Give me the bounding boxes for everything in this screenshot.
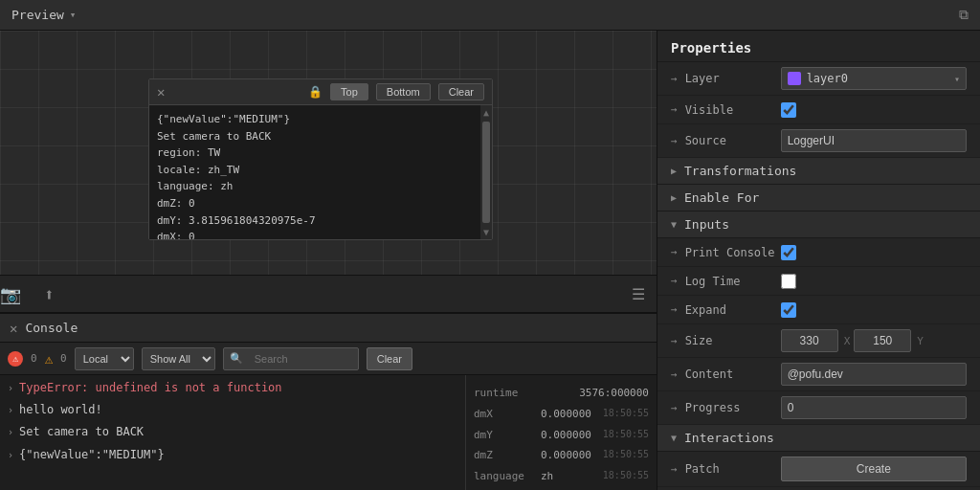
transformations-arrow: ▶ xyxy=(671,166,677,176)
console-widget-top-btn[interactable]: Top xyxy=(330,83,368,100)
visible-checkbox[interactable] xyxy=(781,102,796,118)
console-widget-scrollbar[interactable]: ▲ ▼ xyxy=(480,105,492,239)
console-search-input[interactable] xyxy=(247,347,352,370)
row-arrow: › xyxy=(8,403,13,418)
camera-icon[interactable]: 📷 xyxy=(0,284,21,304)
preview-area: ✕ 🔒 Top Bottom Clear {"newValue":"MEDIUM… xyxy=(0,31,657,275)
local-select[interactable]: Local Global xyxy=(75,347,134,370)
scroll-up-arrow[interactable]: ▲ xyxy=(481,105,491,120)
main-layout: ✕ 🔒 Top Bottom Clear {"newValue":"MEDIUM… xyxy=(0,31,980,490)
transformations-section[interactable]: ▶ Transformations xyxy=(657,158,980,185)
console-panel-header: ✕ Console xyxy=(0,314,657,343)
expand-row: → Expand xyxy=(657,296,980,324)
properties-title: Properties xyxy=(657,31,980,62)
interactions-label: Interactions xyxy=(684,431,774,445)
list-item: › {"newValue":"MEDIUM"} xyxy=(0,444,465,466)
source-arrow: → xyxy=(671,135,678,147)
row-arrow: › xyxy=(8,448,13,463)
top-bar: Preview ▾ ⧉ xyxy=(0,0,980,31)
create-button[interactable]: Create xyxy=(781,457,967,481)
preview-toolbar: 📷 ⬆ ☰ xyxy=(0,275,657,313)
progress-arrow: → xyxy=(671,402,678,414)
console-data-list: runtime 3576:000000 dmX 0.000000 18:50:5… xyxy=(466,379,657,490)
data-row: language zh 18:50:55 xyxy=(474,466,649,487)
enable-for-section[interactable]: ▶ Enable For xyxy=(657,185,980,212)
scroll-thumb[interactable] xyxy=(482,122,490,223)
layer-label: Layer xyxy=(685,72,781,85)
console-close-btn[interactable]: ✕ xyxy=(10,321,17,336)
print-console-row: → Print Console xyxy=(657,238,980,267)
interactions-section[interactable]: ▼ Interactions xyxy=(657,425,980,452)
console-widget-lock-icon: 🔒 xyxy=(308,85,323,99)
visible-label: Visible xyxy=(685,103,781,117)
toolbar-menu-icon[interactable]: ☰ xyxy=(632,285,657,303)
layer-arrow: → xyxy=(671,73,678,85)
content-arrow: → xyxy=(671,368,678,381)
console-widget-bottom-btn[interactable]: Bottom xyxy=(376,83,431,100)
size-x-label: X xyxy=(844,335,851,347)
size-y-label: Y xyxy=(917,335,924,347)
log-time-label: Log Time xyxy=(685,275,781,288)
source-input[interactable] xyxy=(781,129,967,152)
console-body: › TypeError: undefined is not a function… xyxy=(0,375,657,490)
console-row-text: {"newValue":"MEDIUM"} xyxy=(19,446,165,464)
content-label: Content xyxy=(685,368,781,381)
console-row-text: hello world! xyxy=(19,401,102,419)
console-widget-clear-btn[interactable]: Clear xyxy=(438,83,484,100)
print-console-label: Print Console xyxy=(685,246,781,259)
console-widget-text: {"newValue":"MEDIUM"} Set camera to BACK… xyxy=(157,111,484,239)
preview-label: Preview xyxy=(11,8,64,22)
print-console-arrow: → xyxy=(671,246,678,258)
layer-color-swatch xyxy=(788,72,801,85)
transformations-label: Transformations xyxy=(684,164,796,178)
list-item: › Set camera to BACK xyxy=(0,421,465,443)
progress-label: Progress xyxy=(685,401,781,414)
right-panel: Properties → Layer layer0 ▾ → Visible → … xyxy=(657,31,980,490)
console-panel-title: Console xyxy=(25,321,78,335)
inputs-section[interactable]: ▼ Inputs xyxy=(657,212,980,238)
visible-arrow: → xyxy=(671,103,678,116)
row-arrow: › xyxy=(8,425,13,440)
size-label: Size xyxy=(685,334,781,347)
size-height-input[interactable] xyxy=(854,329,911,352)
expand-label: Expand xyxy=(685,303,781,317)
scroll-down-arrow[interactable]: ▼ xyxy=(481,225,491,239)
console-widget-content: {"newValue":"MEDIUM"} Set camera to BACK… xyxy=(149,105,492,239)
patch-label: Patch xyxy=(685,462,781,476)
inputs-arrow: ▼ xyxy=(671,219,677,230)
error-count: 0 xyxy=(31,352,37,365)
patch-arrow: → xyxy=(671,463,678,476)
share-icon[interactable]: ⬆ xyxy=(44,284,55,304)
layer-dropdown[interactable]: layer0 ▾ xyxy=(781,67,967,90)
progress-input[interactable] xyxy=(781,396,967,419)
console-widget-close-btn[interactable]: ✕ xyxy=(157,85,165,99)
data-row: dmZ 0.000000 18:50:55 xyxy=(474,445,649,466)
log-time-checkbox[interactable] xyxy=(781,274,796,289)
content-row: → Content xyxy=(657,358,980,391)
warn-count: 0 xyxy=(60,352,67,365)
print-console-checkbox[interactable] xyxy=(781,245,796,260)
enable-for-label: Enable For xyxy=(684,190,759,205)
left-panel: ✕ 🔒 Top Bottom Clear {"newValue":"MEDIUM… xyxy=(0,31,657,490)
log-time-arrow: → xyxy=(671,275,678,287)
patch-row: → Patch Create xyxy=(657,452,980,487)
size-width-input[interactable] xyxy=(781,329,838,352)
layer-row: → Layer layer0 ▾ xyxy=(657,62,980,96)
error-badge: ⚠ xyxy=(8,351,23,367)
console-panel: ✕ Console ⚠ 0 ⚠ 0 Local Global Show All … xyxy=(0,313,657,490)
topbar-external-icon[interactable]: ⧉ xyxy=(959,7,969,23)
console-row-text: TypeError: undefined is not a function xyxy=(19,379,282,397)
content-input[interactable] xyxy=(781,363,967,386)
inputs-label: Inputs xyxy=(684,217,729,232)
layer-value: layer0 xyxy=(807,72,848,85)
preview-expand-icon[interactable]: ▾ xyxy=(70,9,77,21)
data-row: dmY 0.000000 18:50:55 xyxy=(474,425,649,446)
data-row: runtime 3576:000000 xyxy=(474,383,649,404)
expand-checkbox[interactable] xyxy=(781,302,796,318)
interactions-arrow: ▼ xyxy=(671,433,677,443)
console-widget-header: ✕ 🔒 Top Bottom Clear xyxy=(149,79,492,105)
show-all-select[interactable]: Show All Errors Warnings xyxy=(142,347,215,370)
data-row: dmX 0.000000 18:50:55 xyxy=(474,404,649,425)
console-clear-btn[interactable]: Clear xyxy=(367,347,412,370)
console-data-column: runtime 3576:000000 dmX 0.000000 18:50:5… xyxy=(465,375,657,490)
